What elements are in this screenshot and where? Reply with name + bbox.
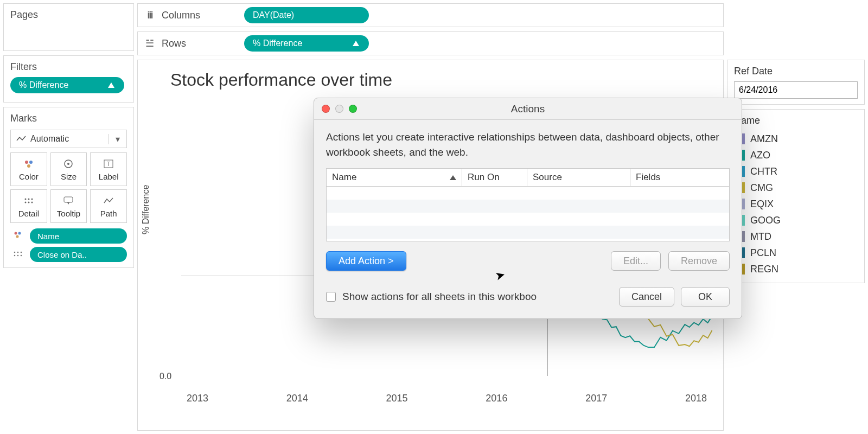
legend-item[interactable]: MTD: [734, 228, 858, 245]
filter-pill-label: % Difference: [19, 80, 68, 90]
mark-card-tooltip[interactable]: Tooltip: [50, 189, 87, 223]
rows-icon: ☱: [144, 37, 155, 49]
marks-title: Marks: [10, 113, 127, 124]
edit-button[interactable]: Edit...: [611, 251, 661, 271]
table-header-source[interactable]: Source: [527, 169, 630, 186]
ref-date-input[interactable]: [734, 81, 858, 99]
legend-item[interactable]: CHTR: [734, 163, 858, 180]
table-row[interactable]: [327, 213, 729, 226]
mark-card-label: Path: [100, 209, 117, 218]
svg-point-15: [18, 232, 21, 235]
pill-label: % Difference: [253, 39, 302, 48]
mark-pill-name[interactable]: Name: [30, 228, 127, 244]
detail-icon: [23, 195, 34, 207]
marks-select-label: Automatic: [30, 134, 69, 144]
filters-panel: Filters % Difference: [3, 55, 134, 103]
rows-shelf[interactable]: ☱ Rows % Difference: [137, 31, 724, 55]
svg-point-8: [28, 198, 29, 200]
columns-pill-day-date[interactable]: DAY(Date): [244, 7, 369, 23]
table-header-run-on[interactable]: Run On: [462, 169, 527, 186]
x-tick: 2014: [286, 393, 308, 404]
mark-card-size[interactable]: Size: [50, 152, 87, 186]
svg-point-9: [31, 198, 33, 200]
y-axis-zero: 0.0: [159, 372, 171, 381]
rows-pill-pct-difference[interactable]: % Difference: [244, 35, 369, 52]
svg-point-22: [21, 255, 22, 257]
line-icon: [16, 135, 26, 143]
actions-dialog: Actions Actions let you create interacti…: [314, 98, 742, 319]
show-all-checkbox[interactable]: [326, 292, 336, 302]
ref-date-panel: Ref Date: [727, 60, 865, 105]
table-body: [327, 187, 729, 241]
legend-item[interactable]: REGN: [734, 261, 858, 277]
svg-point-2: [27, 164, 30, 168]
table-header-fields[interactable]: Fields: [630, 169, 729, 186]
svg-point-17: [14, 252, 16, 253]
columns-label: Columns: [162, 10, 238, 21]
legend-item[interactable]: GOOG: [734, 212, 858, 228]
dialog-titlebar[interactable]: Actions: [314, 98, 742, 120]
mark-card-label: Label: [99, 172, 119, 181]
table-row[interactable]: [327, 187, 729, 200]
marks-type-select[interactable]: Automatic ▾: [10, 130, 127, 148]
table-header-name[interactable]: Name: [327, 169, 462, 186]
x-tick: 2015: [386, 393, 408, 404]
mark-pill-close-on-date[interactable]: Close on Da..: [30, 247, 127, 262]
mark-card-color[interactable]: Color: [10, 152, 47, 186]
x-tick: 2016: [486, 393, 507, 404]
dialog-description: Actions let you create interactive relat…: [326, 130, 730, 159]
ref-date-label: Ref Date: [734, 66, 858, 77]
legend-label: AMZN: [750, 133, 778, 145]
legend-item[interactable]: PCLN: [734, 245, 858, 261]
color-icon: [23, 158, 34, 170]
legend-item[interactable]: AZO: [734, 147, 858, 163]
pages-title: Pages: [10, 9, 127, 21]
legend-label: REGN: [750, 264, 778, 275]
legend-label: PCLN: [750, 247, 776, 259]
dialog-title: Actions: [314, 103, 742, 115]
triangle-icon: [353, 41, 359, 46]
mark-card-detail[interactable]: Detail: [10, 189, 47, 223]
cancel-button[interactable]: Cancel: [619, 287, 674, 307]
ok-button[interactable]: OK: [681, 287, 730, 307]
filter-pill-pct-difference[interactable]: % Difference: [10, 77, 124, 93]
svg-point-18: [17, 252, 19, 253]
table-row[interactable]: [327, 200, 729, 213]
mark-card-path[interactable]: Path: [90, 189, 127, 223]
path-icon: [103, 195, 114, 207]
add-action-button[interactable]: Add Action >: [326, 251, 406, 271]
svg-text:T: T: [107, 161, 110, 167]
svg-point-16: [16, 235, 19, 238]
x-tick: 2017: [585, 393, 607, 404]
mark-card-label: Color: [19, 172, 39, 181]
svg-point-0: [25, 161, 28, 164]
legend-item[interactable]: AMZN: [734, 131, 858, 147]
detail-dots-icon: [10, 250, 25, 259]
filters-title: Filters: [10, 61, 127, 73]
legend-label: MTD: [750, 231, 771, 242]
svg-point-4: [67, 163, 69, 165]
y-axis-label: % Difference: [141, 185, 151, 234]
table-row[interactable]: [327, 226, 729, 239]
legend-item[interactable]: EQIX: [734, 196, 858, 212]
viz-title: Stock performance over time: [170, 70, 710, 90]
svg-point-11: [28, 201, 29, 203]
tooltip-icon: [63, 195, 74, 207]
mark-card-label[interactable]: T Label: [90, 152, 127, 186]
rows-label: Rows: [162, 38, 238, 49]
legend-item[interactable]: CMG: [734, 180, 858, 196]
marks-panel: Marks Automatic ▾ Color: [3, 107, 134, 268]
pages-panel: Pages: [3, 3, 134, 51]
remove-button[interactable]: Remove: [668, 251, 730, 271]
svg-point-21: [17, 255, 19, 257]
label-icon: T: [104, 158, 113, 170]
mark-card-label: Detail: [18, 209, 39, 218]
show-all-label: Show actions for all sheets in this work…: [342, 291, 612, 303]
color-dots-icon: [10, 231, 25, 241]
columns-shelf[interactable]: iii Columns DAY(Date): [137, 3, 724, 27]
legend-label: EQIX: [750, 199, 774, 210]
mark-card-label: Size: [61, 172, 76, 181]
svg-point-10: [24, 201, 26, 203]
svg-point-1: [29, 161, 33, 164]
x-tick: 2018: [685, 393, 707, 404]
